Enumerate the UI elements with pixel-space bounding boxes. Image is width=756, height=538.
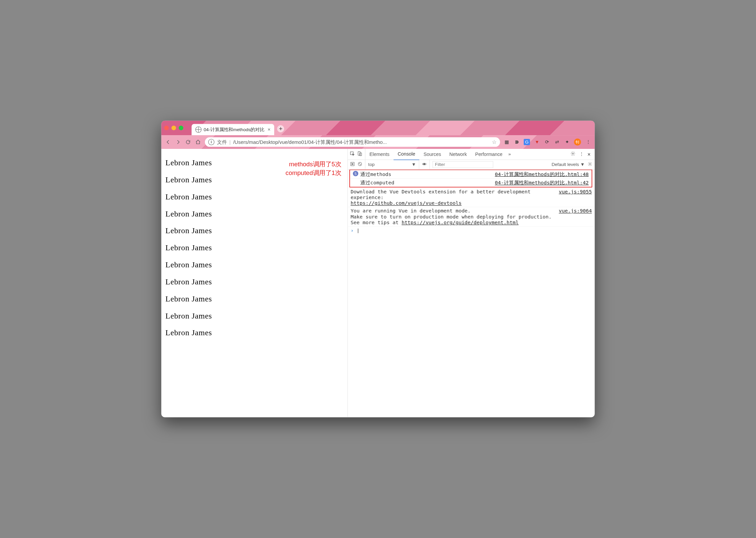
console-row[interactable]: You are running Vue in development mode.…	[348, 207, 595, 227]
tab-elements[interactable]: Elements	[365, 149, 393, 160]
qr-extension-icon[interactable]: ▦	[504, 139, 510, 145]
page-heading: Lebron James	[165, 277, 343, 286]
log-message: Download the Vue Devtools extension for …	[351, 189, 557, 206]
inspect-element-icon[interactable]	[350, 151, 355, 158]
log-source-link[interactable]: 04-计算属性和methods的对比.html:42	[495, 179, 589, 186]
log-source-link[interactable]: vue.js:9055	[559, 189, 592, 194]
content-area: methods调用了5次 computed调用了1次 Lebron JamesL…	[161, 149, 595, 417]
new-tab-button[interactable]: +	[277, 125, 284, 132]
svg-point-7	[589, 164, 590, 165]
log-source-link[interactable]: 04-计算属性和methods的对比.html:48	[495, 171, 589, 178]
browser-tab[interactable]: 04-计算属性和methods的对比 ×	[192, 124, 274, 135]
extensions: ▦ ⋑ G ▼ ⟳ ⇄ ✦ 钊 ⋮	[504, 139, 591, 146]
svg-point-3	[572, 153, 574, 154]
console-toolbar: top ▼ Default levels ▼	[348, 160, 595, 170]
page-heading: Lebron James	[165, 226, 343, 235]
filter-input[interactable]	[433, 161, 493, 168]
url-path: /Users/mac/Desktop/vue/demo01/04-计算属性/04…	[233, 139, 489, 146]
globe-icon	[195, 126, 202, 133]
tab-strip: 04-计算属性和methods的对比 × +	[161, 121, 595, 135]
forward-button[interactable]	[175, 139, 181, 145]
log-message: You are running Vue in development mode.…	[351, 208, 557, 226]
maximize-window-icon[interactable]	[179, 126, 183, 130]
reload-button[interactable]	[185, 139, 191, 145]
overflow-menu-icon[interactable]: ⋮	[585, 139, 591, 145]
tab-performance[interactable]: Performance	[471, 149, 507, 160]
tab-console[interactable]: Console	[393, 149, 419, 160]
vpn-extension-icon[interactable]: ⇄	[554, 139, 560, 145]
log-message: 通过computed	[360, 179, 493, 186]
puzzle-extension-icon[interactable]: ✦	[564, 139, 570, 145]
toolbar: i 文件 | /Users/mac/Desktop/vue/demo01/04-…	[161, 135, 595, 149]
device-toggle-icon[interactable]	[357, 151, 362, 158]
tab-sources[interactable]: Sources	[420, 149, 445, 160]
log-link[interactable]: https://github.com/vuejs/vue-devtools	[351, 200, 461, 206]
bookmark-icon[interactable]: ☆	[492, 139, 497, 145]
window-controls	[164, 126, 183, 130]
context-selector[interactable]: top ▼	[368, 162, 416, 167]
chevron-down-icon: ▼	[411, 162, 416, 167]
devtools-menu-icon[interactable]: ⋮	[578, 152, 586, 157]
repeat-count-badge: 5	[353, 171, 358, 176]
log-link[interactable]: https://vuejs.org/guide/deployment.html	[401, 219, 518, 225]
svg-point-6	[424, 163, 425, 165]
highlighted-log-group: 5 通过methods 04-计算属性和methods的对比.html:48 通…	[349, 170, 592, 187]
page-heading: Lebron James	[165, 209, 343, 218]
annotation: methods调用了5次 computed调用了1次	[286, 160, 341, 177]
page-heading: Lebron James	[165, 243, 343, 252]
devtools-extension-icon[interactable]: ⋑	[514, 139, 519, 145]
devtools-settings-icon[interactable]	[568, 151, 577, 158]
console-row[interactable]: 通过computed 04-计算属性和methods的对比.html:42	[350, 179, 592, 187]
annotation-line: computed调用了1次	[286, 169, 341, 177]
url-scheme: 文件	[217, 139, 227, 146]
profile-avatar[interactable]: 钊	[574, 139, 581, 146]
devtools-panel: Elements Console Sources Network Perform…	[348, 149, 595, 417]
page-heading: Lebron James	[165, 260, 343, 269]
log-level-selector[interactable]: Default levels ▼	[551, 162, 585, 167]
browser-window: 04-计算属性和methods的对比 × + i 文件 | /Users/mac…	[161, 121, 595, 418]
page-heading: Lebron James	[165, 311, 343, 320]
sync-extension-icon[interactable]: ⟳	[544, 139, 550, 145]
page-heading: Lebron James	[165, 328, 343, 337]
page-heading: Lebron James	[165, 192, 343, 201]
home-button[interactable]	[195, 139, 201, 145]
chevron-down-icon: ▼	[580, 162, 585, 167]
tab-title: 04-计算属性和methods的对比	[204, 126, 264, 133]
console-play-icon[interactable]	[350, 162, 355, 167]
close-window-icon[interactable]	[164, 126, 169, 130]
log-message: 通过methods	[360, 171, 493, 178]
annotation-line: methods调用了5次	[286, 160, 341, 169]
console-settings-icon[interactable]	[588, 162, 592, 167]
back-button[interactable]	[165, 139, 171, 145]
console-output: 5 通过methods 04-计算属性和methods的对比.html:48 通…	[348, 170, 595, 417]
live-expression-icon[interactable]	[422, 162, 427, 167]
address-bar[interactable]: i 文件 | /Users/mac/Desktop/vue/demo01/04-…	[205, 137, 500, 147]
console-prompt[interactable]: ›	[348, 227, 595, 235]
rendered-page: methods调用了5次 computed调用了1次 Lebron JamesL…	[161, 149, 348, 417]
minimize-window-icon[interactable]	[171, 126, 176, 130]
page-heading: Lebron James	[165, 294, 343, 303]
tab-network[interactable]: Network	[445, 149, 471, 160]
close-tab-icon[interactable]: ×	[268, 127, 271, 132]
console-row[interactable]: 5 通过methods 04-计算属性和methods的对比.html:48	[350, 170, 592, 178]
log-source-link[interactable]: vue.js:9064	[559, 208, 592, 214]
tabs-overflow-icon[interactable]: »	[507, 152, 513, 157]
devtools-tabbar: Elements Console Sources Network Perform…	[348, 149, 595, 160]
devtools-close-icon[interactable]: ×	[585, 151, 593, 158]
translate-extension-icon[interactable]: G	[524, 139, 530, 145]
console-row[interactable]: Download the Vue Devtools extension for …	[348, 188, 595, 207]
shield-extension-icon[interactable]: ▼	[534, 139, 540, 145]
console-clear-icon[interactable]	[358, 162, 362, 167]
site-info-icon[interactable]: i	[208, 139, 215, 145]
